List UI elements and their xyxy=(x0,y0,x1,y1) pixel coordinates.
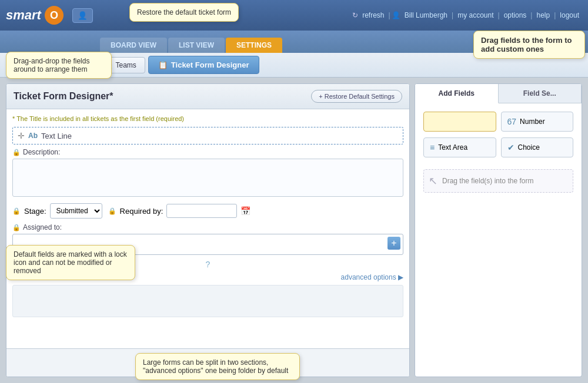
callout-large-forms: Large forms can be split in two sections… xyxy=(135,353,300,380)
form-header: Ticket Form Designer* + Restore Default … xyxy=(6,84,409,109)
fields-panel: Add Fields Field Se... 67 Number ≡ Text … xyxy=(415,83,582,377)
required-by-section: 🔒 Required by: 📅 xyxy=(108,204,251,218)
field-options-row-2: ≡ Text Area ✔ Choice xyxy=(423,137,573,157)
advanced-options-link[interactable]: advanced options ▶ xyxy=(341,273,403,281)
number-icon: 67 xyxy=(507,117,517,126)
stage-lock-icon: 🔒 xyxy=(12,207,21,215)
drag-hint-text: Drag the field(s) into the form xyxy=(442,177,533,185)
form-panel: Ticket Form Designer* + Restore Default … xyxy=(6,83,410,377)
form-body: * The Title is included in all tickets a… xyxy=(6,109,409,348)
text-line-icon: Ab xyxy=(28,132,38,140)
field-option-textarea[interactable]: ≡ Text Area xyxy=(423,137,496,157)
choice-icon: ✔ xyxy=(507,143,514,152)
required-by-input[interactable] xyxy=(166,204,237,218)
stage-dropdown[interactable]: Submitted xyxy=(50,203,102,219)
add-assigned-btn[interactable]: + xyxy=(387,237,400,250)
textarea-label: Text Area xyxy=(438,143,467,152)
assigned-label: 🔒 Assigned to: xyxy=(12,223,403,231)
tab-board-view[interactable]: BOARD VIEW xyxy=(100,38,167,53)
tab-settings[interactable]: SETTINGS xyxy=(226,38,282,53)
stage-row: 🔒 Stage: Submitted 🔒 Required by: 📅 xyxy=(12,203,403,219)
fields-tabs: Add Fields Field Se... xyxy=(415,84,582,103)
lower-section-placeholder xyxy=(12,285,403,317)
text-line-label: Text Line xyxy=(41,132,72,140)
user-name-link[interactable]: Bill Lumbergh xyxy=(402,10,450,21)
field-option-number[interactable]: 67 Number xyxy=(501,112,574,132)
help-icon[interactable]: ? xyxy=(206,260,211,269)
refresh-link[interactable]: refresh xyxy=(359,10,387,21)
logo-area: smart O xyxy=(6,6,64,25)
lock-icon: 🔒 xyxy=(12,149,21,156)
assigned-lock-icon: 🔒 xyxy=(12,224,21,231)
account-link[interactable]: my account xyxy=(455,10,496,21)
form-icon: 📋 xyxy=(158,61,168,69)
restore-default-btn[interactable]: + Restore Default Settings xyxy=(311,90,402,103)
callout-drag-and-drop: Drag-and-drop the fields around to arran… xyxy=(6,52,112,79)
options-link[interactable]: options xyxy=(501,10,530,21)
textarea-icon: ≡ xyxy=(430,143,435,152)
callout-restore: Restore the default ticket form xyxy=(129,3,239,22)
required-lock-icon: 🔒 xyxy=(108,207,116,215)
required-by-label: Required by: xyxy=(120,207,163,216)
field-options-row-1: 67 Number xyxy=(423,112,573,132)
logout-link[interactable]: logout xyxy=(557,10,582,21)
top-nav: smart O 👤 ↻ refresh | 👤 Bill Lumbergh | … xyxy=(0,0,588,31)
drag-hint: ↖ Drag the field(s) into the form xyxy=(423,169,573,193)
field-option-custom[interactable] xyxy=(423,112,496,132)
tab-list-view[interactable]: LIST VIEW xyxy=(168,38,225,53)
drag-cursor-icon: ↖ xyxy=(429,174,437,187)
calendar-icon[interactable]: 📅 xyxy=(240,206,250,216)
logo-icon: O xyxy=(45,6,64,25)
callout-default-fields: Default fields are marked with a lock ic… xyxy=(6,245,135,280)
user-icon-nav: 👤 xyxy=(392,11,400,19)
text-line-field[interactable]: ✛ Ab Text Line xyxy=(12,127,403,145)
field-option-choice[interactable]: ✔ Choice xyxy=(501,137,574,157)
choice-label: Choice xyxy=(518,143,540,152)
tab-add-fields[interactable]: Add Fields xyxy=(415,84,499,103)
form-note: * The Title is included in all tickets a… xyxy=(12,115,403,122)
description-section: 🔒 Description: xyxy=(12,148,403,199)
stage-section: 🔒 Stage: Submitted xyxy=(12,203,102,219)
drag-handle-icon: ✛ xyxy=(18,131,25,140)
refresh-icon: ↻ xyxy=(352,11,358,19)
stage-label: Stage: xyxy=(24,207,46,216)
fields-body: 67 Number ≡ Text Area ✔ Choice ↖ Drag th… xyxy=(415,103,582,377)
tab-field-settings[interactable]: Field Se... xyxy=(499,84,582,103)
number-label: Number xyxy=(520,117,545,126)
description-textarea[interactable] xyxy=(12,159,403,197)
description-label: 🔒 Description: xyxy=(12,148,403,156)
user-icon: 👤 xyxy=(78,11,88,20)
top-nav-links: ↻ refresh | 👤 Bill Lumbergh | my account… xyxy=(352,10,582,21)
main-content: Ticket Form Designer* + Restore Default … xyxy=(0,78,588,383)
callout-drag-fields: Drag fields to the form to add custom on… xyxy=(473,31,585,59)
ticket-form-designer-btn[interactable]: 📋 Ticket Form Designer xyxy=(148,56,259,74)
user-icon-button[interactable]: 👤 xyxy=(72,8,93,23)
help-link[interactable]: help xyxy=(533,10,553,21)
form-title: Ticket Form Designer* xyxy=(14,91,113,102)
logo-text: smart xyxy=(6,8,41,23)
